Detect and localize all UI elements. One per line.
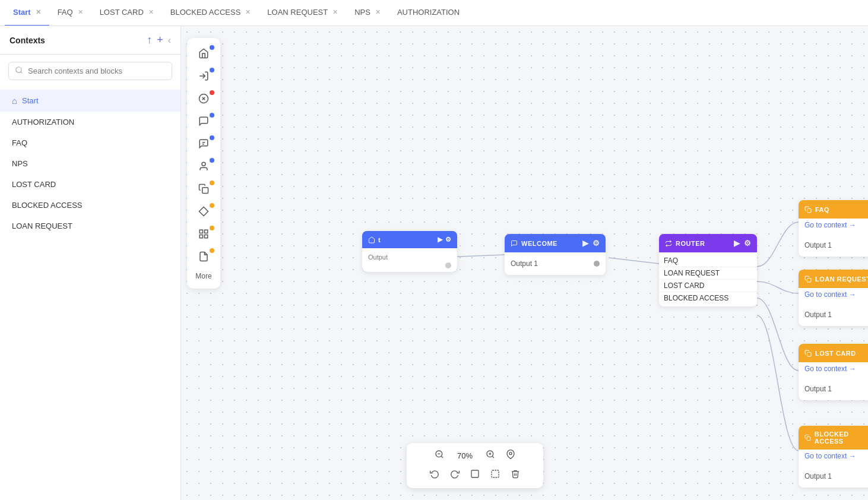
select-button[interactable] [468, 467, 481, 483]
svg-rect-14 [199, 235, 202, 238]
node-router-header-left: ROUTER [665, 240, 705, 247]
tab-loan-request[interactable]: LOAN REQUEST ✕ [259, 0, 346, 26]
node-welcome-output-dot[interactable] [594, 261, 600, 267]
tool-diamond[interactable] [192, 201, 216, 222]
tool-message-dot [210, 113, 214, 118]
node-welcome-output-label: Output 1 [511, 260, 538, 268]
tab-blocked-access-close[interactable]: ✕ [245, 9, 251, 15]
sidebar-upload-button[interactable]: ↑ [147, 34, 152, 46]
tab-start-label: Start [13, 8, 31, 17]
svg-rect-11 [199, 230, 202, 233]
sidebar-item-faq-label: FAQ [12, 138, 27, 147]
node-start-play[interactable]: ▶ [438, 236, 442, 243]
node-welcome-header-left: WELCOME [511, 240, 557, 247]
svg-marker-10 [199, 207, 208, 216]
tool-chat[interactable] [192, 133, 216, 154]
tab-start[interactable]: Start ✕ [5, 0, 49, 26]
sidebar-item-lost-card[interactable]: LOST CARD [0, 174, 180, 195]
tab-lost-card-close[interactable]: ✕ [148, 9, 154, 15]
redo-button[interactable] [448, 467, 461, 483]
node-router-play[interactable]: ▶ [734, 239, 740, 248]
router-item-loan-request: LOAN REQUEST [659, 267, 757, 280]
tool-close-circle[interactable] [192, 88, 216, 109]
node-welcome-play[interactable]: ▶ [582, 239, 589, 248]
tool-copy[interactable] [192, 178, 216, 200]
svg-rect-12 [205, 230, 208, 233]
router-item-lost-card: LOST CARD [659, 280, 757, 292]
zoom-level: 70% [453, 451, 477, 460]
tool-copy-dot [210, 181, 214, 185]
tool-document-dot [210, 248, 214, 253]
sidebar-item-start[interactable]: ⌂ Start [0, 90, 180, 112]
sidebar-item-nps[interactable]: NPS [0, 153, 180, 174]
node-lost-card-link[interactable]: Go to context → [799, 362, 868, 378]
node-welcome-header: WELCOME ▶ ⚙ [505, 234, 606, 252]
undo-button[interactable] [428, 467, 441, 483]
toolbar-zoom-row: 70% [433, 448, 517, 464]
svg-rect-9 [202, 188, 208, 194]
node-loan-context-header: LOAN REQUEST ▶ ⚙ [799, 270, 868, 288]
tool-home[interactable] [192, 43, 216, 64]
tab-faq[interactable]: FAQ ✕ [49, 0, 91, 26]
tool-home-dot [210, 45, 214, 50]
tab-authorization[interactable]: AUTHORIZATION [389, 0, 468, 26]
node-blocked-access-context-label: BLOCKED ACCESS [815, 431, 868, 445]
sidebar-collapse-button[interactable]: ‹ [168, 35, 171, 46]
sidebar-item-loan-request-label: LOAN REQUEST [12, 221, 72, 230]
svg-line-1 [21, 72, 23, 74]
node-blocked-link[interactable]: Go to context → [799, 450, 868, 465]
tool-message[interactable] [192, 110, 216, 132]
node-faq-link[interactable]: Go to context → [799, 219, 868, 234]
node-welcome-settings[interactable]: ⚙ [593, 239, 600, 248]
node-loan-link[interactable]: Go to context → [799, 288, 868, 303]
more-button[interactable]: More [191, 268, 216, 284]
tab-lost-card[interactable]: LOST CARD ✕ [91, 0, 162, 26]
sidebar-item-faq[interactable]: FAQ [0, 132, 180, 153]
svg-rect-30 [471, 470, 479, 477]
tab-lost-card-label: LOST CARD [100, 8, 144, 17]
tab-nps-close[interactable]: ✕ [375, 9, 381, 15]
node-start-output-dot[interactable] [445, 262, 451, 268]
tab-start-close[interactable]: ✕ [36, 9, 41, 15]
tool-person[interactable] [192, 156, 216, 177]
node-faq-context-body: Output 1 [799, 234, 868, 257]
sidebar-item-loan-request[interactable]: LOAN REQUEST [0, 216, 180, 236]
node-welcome-actions: ▶ ⚙ [582, 239, 600, 248]
sidebar-item-blocked-access[interactable]: BLOCKED ACCESS [0, 195, 180, 216]
location-button[interactable] [504, 448, 517, 464]
node-loan-context-header-left: LOAN REQUEST [804, 276, 868, 283]
sidebar-nav: ⌂ Start AUTHORIZATION FAQ NPS LOST CARD … [0, 87, 180, 500]
node-lost-card-output: Output 1 [804, 382, 868, 395]
delete-button[interactable] [509, 467, 522, 483]
bottom-toolbar: 70% [407, 443, 543, 488]
node-start-settings[interactable]: ⚙ [445, 236, 451, 243]
node-router-header: ROUTER ▶ ⚙ [659, 234, 757, 252]
sidebar-item-lost-card-label: LOST CARD [12, 180, 56, 189]
zoom-out-button[interactable] [433, 448, 446, 464]
node-blocked-access-context-body: Output 1 [799, 465, 868, 488]
tab-faq-close[interactable]: ✕ [78, 9, 83, 15]
tab-nps[interactable]: NPS ✕ [346, 0, 389, 26]
sidebar-item-nps-label: NPS [12, 159, 28, 168]
node-welcome-output: Output 1 [511, 257, 600, 270]
zoom-in-button[interactable] [484, 448, 497, 464]
svg-rect-17 [807, 352, 812, 356]
tool-document[interactable] [192, 246, 216, 267]
canvas-area[interactable]: More t ▶ ⚙ Output [181, 26, 868, 500]
tab-loan-request-close[interactable]: ✕ [332, 9, 338, 15]
tab-blocked-access[interactable]: BLOCKED ACCESS ✕ [162, 0, 259, 26]
sidebar-item-authorization[interactable]: AUTHORIZATION [0, 112, 180, 132]
node-start: t ▶ ⚙ Output [362, 231, 457, 272]
node-blocked-access-context: BLOCKED ACCESS ▶ ⚙ Go to context → Outpu… [799, 426, 868, 488]
tool-panel: More [187, 38, 220, 289]
tool-grid[interactable] [192, 223, 216, 245]
node-welcome: WELCOME ▶ ⚙ Output 1 [505, 234, 606, 275]
search-input[interactable] [28, 67, 166, 75]
sidebar-item-authorization-label: AUTHORIZATION [12, 118, 74, 126]
tool-enter[interactable] [192, 65, 216, 87]
node-router-settings[interactable]: ⚙ [744, 239, 752, 248]
marquee-button[interactable] [489, 467, 502, 483]
node-blocked-access-context-header: BLOCKED ACCESS ▶ ⚙ [799, 426, 868, 450]
node-welcome-label: WELCOME [521, 240, 557, 247]
sidebar-add-button[interactable]: + [157, 34, 163, 46]
